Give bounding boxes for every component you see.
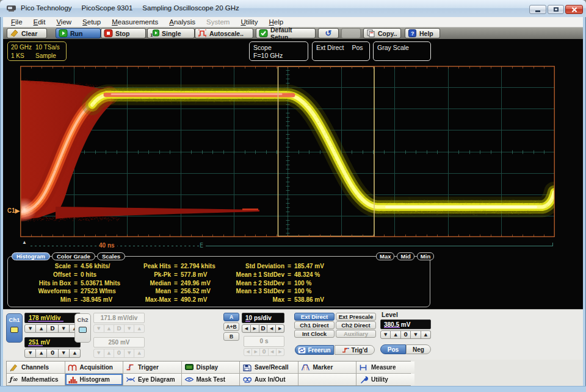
scope-canvas[interactable] [20,66,555,237]
level-label: Level [382,311,398,318]
stat-row-offset: Offset=0 hits [12,271,120,279]
tab-scales[interactable]: Scales [97,252,125,260]
spin-set-0-button[interactable]: 0 [47,349,58,358]
spin-down-button[interactable]: ▼ [380,330,391,339]
spin-down-button: ▼ [93,324,104,333]
menu-help[interactable]: Help [264,18,289,26]
spin-up-button[interactable]: ▲ [70,349,81,358]
spin-down-button[interactable]: ▼ [411,330,421,339]
bottom-menu-acquisition[interactable]: Acquisition [65,362,123,373]
spin-up-button[interactable]: ▲ [36,324,47,333]
spin-up-button: ▲ [134,324,145,333]
timebase-mode-a[interactable]: A [223,313,239,321]
trigger-icon [126,363,136,371]
menu-edit[interactable]: Edit [28,18,51,26]
close-button[interactable] [565,5,583,14]
spin-set-d-button[interactable]: D [47,324,58,333]
channel1-button[interactable]: Ch1 [6,313,23,343]
bottom-menu-eye-diagram[interactable]: Eye Diagram [123,374,181,385]
spin-right-button[interactable]: ▶ [276,324,284,333]
panel-mid-button[interactable]: Mid [397,252,414,260]
ch1-scale-display[interactable]: 178 mV/div [24,313,81,323]
bottom-menu-save-recall[interactable]: Save/Recall [240,362,298,373]
color-grade-box[interactable]: Gray Scale [373,41,431,61]
trigger-source-ext-direct[interactable]: Ext Direct [294,313,335,321]
channel2-button[interactable]: Ch2 [74,313,91,343]
timebase-scale-indicator [245,321,250,322]
timebase-mode-b[interactable]: B [223,332,239,341]
menu-analysis[interactable]: Analysis [164,18,201,26]
bottom-menu-mathematics[interactable]: ƒ∞Mathematics [7,374,65,385]
menu-file[interactable]: File [5,18,28,26]
copy-button[interactable]: Copy.. [363,28,401,38]
bottom-menu-trigger[interactable]: Trigger [123,362,181,373]
autoscale-button[interactable]: Autoscale.. [195,28,253,38]
bottom-menu-utility[interactable]: Utility [356,374,414,385]
minimize-button[interactable] [529,5,546,14]
ch2-scale-spinner: ▼▲D▼▲ [93,324,145,333]
spin-down-button[interactable]: ▼ [59,349,70,358]
menu-view[interactable]: View [51,18,77,26]
timebase-scale-display[interactable]: 10 ps/div [242,313,284,323]
trigger-source-ext-prescale[interactable]: Ext Prescale [336,313,376,321]
bottom-menu-mask-test[interactable]: Mask Test [182,374,240,385]
bottom-menu-measure[interactable]: Measure [356,362,414,373]
spin-down-button[interactable]: ▼ [24,324,36,333]
help-button[interactable]: ? Help [405,28,440,38]
trigger-source-ch1-direct[interactable]: Ch1 Direct [294,321,335,329]
spin-down-button[interactable]: ▼ [24,349,36,358]
scope-mode-box[interactable]: Scope F=10 GHz [249,41,308,61]
trigger-status-box[interactable]: Ext Direct Pos [312,41,370,61]
title-bar: Pico TechnologyPicoScope 9301Sampling Os… [0,0,586,17]
bottom-menu-display[interactable]: Display [182,362,240,373]
spin-up-button[interactable]: ▲ [421,330,431,339]
run-button[interactable]: Run [56,28,101,38]
tab-histogram[interactable]: Histogram [12,252,50,260]
bottom-menu-channels[interactable]: Channels [7,362,65,373]
bottom-menu-marker[interactable]: Marker [298,362,356,373]
menu-utility[interactable]: Utility [235,18,263,26]
clear-button[interactable]: Clear [7,28,47,38]
trigger-source-int-clock[interactable]: Int Clock [294,330,335,338]
trigger-level-display[interactable]: 380.5 mV [380,319,431,329]
freerun-button[interactable]: Freerun [295,345,334,355]
stop-button[interactable]: Stop [101,28,146,38]
spin-right-button: ▶ [252,348,260,356]
ch1-offset-display[interactable]: 251 mV [24,337,81,347]
tab-color-grade[interactable]: Color Grade [52,252,95,260]
bottom-menu-label: Aux In/Out [255,376,286,383]
run-label: Run [70,30,82,37]
trigger-level-indicator [384,327,400,328]
spin-up-button[interactable]: ▲ [391,330,400,339]
spin-set-0-button[interactable]: 0 [401,330,411,339]
spin-left-button[interactable]: ◀ [267,324,276,333]
menu-measurements[interactable]: Measurements [106,18,164,26]
default-setup-button[interactable]: Default Setup.. [256,28,316,38]
slope-pos-button[interactable]: Pos [380,344,406,354]
single-button[interactable]: 1 Single [147,28,195,38]
trigd-button[interactable]: Trig'd [335,345,375,355]
aux-icon [242,376,252,383]
panel-min-button[interactable]: Min [417,252,434,260]
spin-left-button[interactable]: ◀ [242,324,251,333]
trigger-source-ch2-direct[interactable]: Ch2 Direct [336,321,376,329]
spin-set-d-button[interactable]: D [259,324,268,333]
spin-down-button[interactable]: ▼ [59,324,70,333]
spin-right-button[interactable]: ▶ [251,324,259,333]
maximize-button[interactable] [548,5,564,14]
panel-max-button[interactable]: Max [376,252,394,260]
slope-neg-button[interactable]: Neg [406,344,431,354]
spin-up-button[interactable]: ▲ [36,349,47,358]
save-icon [242,363,252,371]
menu-setup[interactable]: Setup [77,18,106,26]
delay-readout: 40 ns [96,242,117,249]
bottom-menu-aux-in-out[interactable]: Aux In/Out [240,374,298,385]
bottom-menu-label: Eye Diagram [138,376,175,383]
timebase-mode-a-b[interactable]: A+B [223,323,239,331]
channel1-marker[interactable]: C1▶ [7,207,20,214]
timebase-delay-spinner: ◀▶0◀▶ [244,348,284,356]
menu-system[interactable]: System [201,18,235,26]
undo-button[interactable]: ↺ [318,28,339,38]
delay-start-marker[interactable]: ▲ [22,240,27,245]
bottom-menu-histogram[interactable]: Histogram [65,374,123,385]
